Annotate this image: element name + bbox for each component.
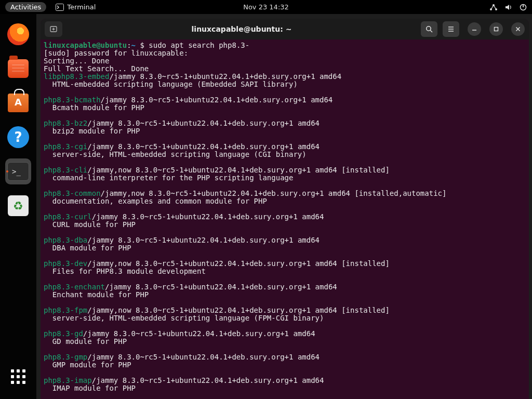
taskbar-app-terminal[interactable]: Terminal — [56, 3, 96, 11]
software-icon — [8, 94, 29, 112]
clock[interactable]: Nov 23 14:32 — [243, 3, 289, 11]
terminal-window: linuxcapable@ubuntu: ~ linuxcapable@ubun… — [41, 19, 529, 399]
hamburger-icon — [447, 25, 455, 33]
svg-line-10 — [430, 30, 432, 32]
terminal-output: linuxcapable@ubuntu:~ $ sudo apt search … — [44, 42, 526, 392]
close-icon — [515, 26, 521, 32]
dock-terminal[interactable]: >_ — [5, 158, 31, 184]
search-icon — [425, 25, 433, 33]
hamburger-menu-button[interactable] — [443, 21, 459, 37]
gnome-top-panel: Activities Terminal Nov 23 14:32 — [0, 0, 532, 14]
minimize-button[interactable] — [468, 22, 481, 36]
taskbar-app-label: Terminal — [67, 3, 96, 11]
search-button[interactable] — [421, 21, 437, 37]
window-title: linuxcapable@ubuntu: ~ — [68, 25, 416, 33]
new-tab-button[interactable] — [45, 21, 62, 37]
new-tab-icon — [49, 25, 58, 33]
files-icon — [8, 59, 29, 78]
help-icon: ? — [7, 126, 29, 148]
terminal-icon — [56, 4, 64, 11]
activities-button[interactable]: Activities — [5, 2, 46, 12]
dock-software[interactable] — [5, 90, 31, 116]
svg-rect-0 — [56, 4, 64, 10]
close-button[interactable] — [511, 22, 525, 36]
dock-firefox[interactable] — [5, 21, 31, 47]
dock-files[interactable] — [5, 56, 31, 82]
maximize-icon — [493, 26, 499, 32]
dock-trash[interactable]: ♻ — [5, 193, 31, 219]
gnome-dock: ? >_ ♻ — [0, 14, 36, 399]
terminal-viewport[interactable]: linuxcapable@ubuntu:~ $ sudo apt search … — [41, 39, 529, 399]
svg-rect-15 — [495, 28, 498, 31]
terminal-app-icon: >_ — [7, 162, 29, 181]
minimize-icon — [471, 26, 477, 32]
trash-icon: ♻ — [8, 195, 29, 216]
show-applications-button[interactable] — [5, 364, 31, 390]
power-icon[interactable] — [520, 4, 527, 11]
dock-help[interactable]: ? — [5, 124, 31, 150]
firefox-icon — [7, 23, 29, 45]
system-tray[interactable] — [489, 4, 527, 11]
volume-icon[interactable] — [505, 4, 512, 11]
svg-point-9 — [427, 26, 431, 31]
maximize-button[interactable] — [489, 22, 503, 36]
window-titlebar: linuxcapable@ubuntu: ~ — [41, 19, 529, 39]
network-icon[interactable] — [489, 4, 498, 11]
